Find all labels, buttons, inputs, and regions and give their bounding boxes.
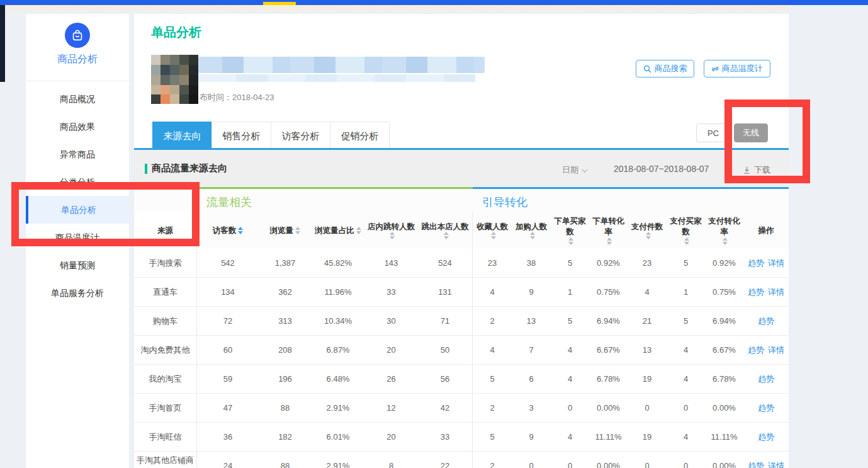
column-header-1[interactable]: 浏览量 bbox=[259, 212, 312, 249]
value-cell: 4 bbox=[551, 336, 589, 364]
value-cell: 4 bbox=[551, 365, 589, 393]
trend-link[interactable]: 趋势 bbox=[748, 460, 764, 468]
section-title-marker bbox=[145, 164, 147, 174]
section-toolbar: 商品流量来源去向 日期 2018-08-07~2018-08-07 下载 bbox=[134, 150, 789, 187]
detail-link[interactable]: 详情 bbox=[768, 460, 784, 468]
value-cell: 19 bbox=[628, 423, 667, 451]
value-cell: 21 bbox=[628, 307, 667, 335]
product-search-button[interactable]: 商品搜索 bbox=[636, 60, 694, 77]
column-header-10[interactable]: 支付买家数 bbox=[667, 212, 705, 249]
value-cell: 6.87% bbox=[312, 336, 364, 364]
search-icon bbox=[643, 65, 651, 73]
section-title-block: 商品流量来源去向 bbox=[145, 163, 227, 174]
column-header-label: 店内跳转人数 bbox=[368, 222, 415, 232]
table-row: 手淘搜索5421,38745.82%143524233850.92%2350.9… bbox=[134, 249, 789, 278]
column-header-6[interactable]: 加购人数 bbox=[512, 212, 551, 249]
detail-link[interactable]: 详情 bbox=[768, 287, 784, 298]
tab-0[interactable]: 来源去向 bbox=[152, 122, 212, 149]
sidebar-item-7[interactable]: 单品服务分析 bbox=[26, 279, 129, 307]
value-cell: 2 bbox=[473, 307, 512, 335]
sort-arrows-icon[interactable] bbox=[238, 227, 243, 234]
column-header-11[interactable]: 支付转化率 bbox=[705, 212, 743, 249]
value-cell: 88 bbox=[259, 394, 312, 422]
convert-group-underline bbox=[473, 187, 789, 189]
value-cell: 2 bbox=[473, 452, 512, 468]
sort-arrows-icon[interactable] bbox=[390, 232, 395, 239]
column-header-label: 浏览量占比 bbox=[315, 225, 354, 236]
value-cell: 13 bbox=[512, 307, 551, 335]
value-cell: 0.92% bbox=[705, 249, 743, 277]
sidebar-item-1[interactable]: 商品效果 bbox=[26, 113, 129, 140]
table-row: 手淘其他店铺商品24882.91%8222000.00%000.00%趋势详情 bbox=[134, 452, 789, 468]
value-cell: 4 bbox=[551, 423, 589, 451]
action-cell: 趋势详情 bbox=[743, 336, 789, 364]
value-cell: 0.00% bbox=[589, 452, 628, 468]
value-cell: 0 bbox=[551, 394, 589, 422]
column-header-9[interactable]: 支付件数 bbox=[628, 212, 667, 249]
tab-3[interactable]: 促销分析 bbox=[330, 122, 390, 149]
sort-arrows-icon[interactable] bbox=[356, 227, 361, 234]
product-title-blurred bbox=[198, 57, 485, 73]
sidebar-item-0[interactable]: 商品概况 bbox=[26, 85, 129, 113]
trend-link[interactable]: 趋势 bbox=[758, 402, 774, 414]
analysis-tabs: 来源去向销售分析访客分析促销分析 bbox=[153, 122, 390, 149]
sort-arrows-icon[interactable] bbox=[491, 232, 496, 239]
trend-link[interactable]: 趋势 bbox=[748, 287, 764, 298]
value-cell: 182 bbox=[259, 423, 312, 451]
column-header-7[interactable]: 下单买家数 bbox=[551, 212, 589, 249]
value-cell: 38 bbox=[512, 249, 551, 277]
value-cell: 6.67% bbox=[705, 336, 743, 364]
value-cell: 6.94% bbox=[705, 307, 743, 335]
sort-arrows-icon[interactable] bbox=[723, 237, 728, 245]
date-type-dropdown[interactable]: 日期 bbox=[562, 164, 586, 176]
value-cell: 7 bbox=[512, 336, 551, 364]
product-thumbnail-blurred bbox=[151, 55, 198, 104]
sort-arrows-icon[interactable] bbox=[684, 237, 689, 245]
sort-arrows-icon[interactable] bbox=[607, 237, 612, 245]
group-label-traffic: 流量相关 bbox=[206, 195, 252, 210]
tab-2[interactable]: 访客分析 bbox=[271, 122, 330, 149]
trend-link[interactable]: 趋势 bbox=[758, 374, 774, 385]
trend-link[interactable]: 趋势 bbox=[748, 345, 764, 356]
value-cell: 0 bbox=[551, 452, 589, 468]
sort-arrows-icon[interactable] bbox=[568, 237, 573, 245]
column-header-label: 浏览量 bbox=[270, 225, 294, 236]
sort-arrows-icon[interactable] bbox=[530, 232, 535, 239]
value-cell: 1 bbox=[551, 278, 589, 306]
value-cell: 11.11% bbox=[705, 423, 743, 451]
sort-arrows-icon[interactable] bbox=[646, 232, 651, 239]
trend-link[interactable]: 趋势 bbox=[758, 431, 774, 443]
tab-1[interactable]: 销售分析 bbox=[211, 122, 271, 149]
section-title: 商品流量来源去向 bbox=[152, 163, 227, 174]
column-header-5[interactable]: 收藏人数 bbox=[473, 212, 512, 249]
value-cell: 20 bbox=[364, 423, 418, 451]
value-cell: 23 bbox=[473, 249, 512, 277]
sidebar-item-2[interactable]: 异常商品 bbox=[26, 140, 129, 168]
trend-link[interactable]: 趋势 bbox=[758, 316, 774, 327]
value-cell: 72 bbox=[197, 307, 259, 335]
value-cell: 4 bbox=[473, 278, 512, 306]
column-header-8[interactable]: 下单转化率 bbox=[589, 212, 628, 249]
value-cell: 6.01% bbox=[312, 423, 364, 451]
page-title: 单品分析 bbox=[151, 24, 201, 41]
sort-arrows-icon[interactable] bbox=[295, 227, 300, 234]
sidebar-item-6[interactable]: 销量预测 bbox=[26, 251, 129, 279]
trend-link[interactable]: 趋势 bbox=[748, 258, 764, 269]
value-cell: 5 bbox=[551, 249, 589, 277]
detail-link[interactable]: 详情 bbox=[768, 345, 784, 356]
column-header-0[interactable]: 访客数 bbox=[197, 212, 259, 249]
detail-link[interactable]: 详情 bbox=[768, 258, 784, 269]
traffic-group-underline bbox=[197, 187, 473, 189]
column-header-3[interactable]: 店内跳转人数 bbox=[364, 212, 418, 249]
column-header-4[interactable]: 跳出本店人数 bbox=[418, 212, 473, 249]
product-thermometer-button[interactable]: ⇌ 商品温度计 bbox=[704, 60, 770, 77]
column-header-label: 加购人数 bbox=[516, 222, 547, 232]
value-cell: 0.00% bbox=[589, 394, 628, 422]
date-range-picker[interactable]: 2018-08-07~2018-08-07 bbox=[614, 164, 709, 174]
value-cell: 0 bbox=[667, 394, 705, 422]
header-gradient-strip bbox=[0, 5, 789, 13]
sort-arrows-icon[interactable] bbox=[444, 232, 449, 239]
column-header-2[interactable]: 浏览量占比 bbox=[312, 212, 364, 249]
left-edge-panel bbox=[0, 5, 5, 82]
value-cell: 11.96% bbox=[312, 278, 364, 306]
